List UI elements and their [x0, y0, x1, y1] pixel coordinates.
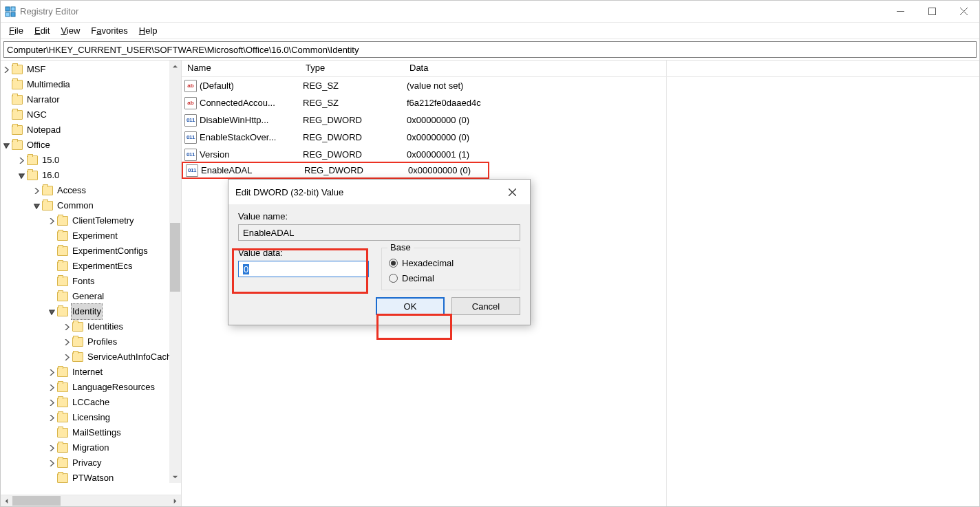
- folder-icon: [12, 95, 23, 105]
- tree-label: Profiles: [86, 334, 118, 349]
- expand-icon[interactable]: [61, 324, 72, 330]
- expand-icon[interactable]: [46, 415, 57, 421]
- base-group-label: Base: [387, 242, 414, 252]
- tree-node[interactable]: General: [1, 289, 181, 304]
- address-bar[interactable]: Computer\HKEY_CURRENT_USER\SOFTWARE\Micr…: [3, 41, 977, 58]
- tree-node[interactable]: ExperimentConfigs: [1, 244, 181, 259]
- tree-node[interactable]: ClientTelemetry: [1, 213, 181, 228]
- folder-icon: [57, 216, 68, 226]
- registry-tree[interactable]: MSFMultimediaNarratorNGCNotepadOffice15.…: [1, 61, 181, 486]
- scroll-thumb[interactable]: [170, 223, 180, 292]
- value-data-input[interactable]: 0: [238, 261, 369, 277]
- column-header-name[interactable]: Name: [182, 61, 300, 76]
- expand-icon[interactable]: [46, 385, 57, 391]
- registry-editor-window: Registry Editor File Edit View Favorites…: [0, 0, 980, 507]
- list-row[interactable]: abConnectedAccou...REG_SZf6a212fe0daaed4…: [182, 94, 979, 111]
- tree-node[interactable]: Identity: [1, 304, 181, 319]
- maximize-button[interactable]: [916, 1, 948, 23]
- menu-view[interactable]: View: [55, 24, 85, 37]
- tree-node[interactable]: NGC: [1, 107, 181, 122]
- menu-help[interactable]: Help: [134, 24, 163, 37]
- menu-edit[interactable]: Edit: [29, 24, 55, 37]
- expand-icon[interactable]: [31, 188, 42, 194]
- tree-label: Office: [25, 138, 52, 153]
- tree-node[interactable]: ServiceAuthInfoCache: [1, 349, 181, 365]
- collapse-icon[interactable]: [16, 173, 27, 179]
- tree-node[interactable]: Fonts: [1, 274, 181, 289]
- folder-icon: [57, 246, 68, 256]
- expand-icon[interactable]: [46, 400, 57, 406]
- tree-label: ClientTelemetry: [71, 213, 136, 228]
- expand-icon[interactable]: [61, 339, 72, 345]
- radio-icon: [389, 259, 398, 268]
- scroll-right-icon[interactable]: [169, 495, 181, 506]
- tree-node[interactable]: Multimedia: [1, 77, 181, 92]
- tree-node[interactable]: Experiment: [1, 228, 181, 244]
- radio-decimal[interactable]: Decimal: [389, 270, 513, 285]
- minimize-button[interactable]: [884, 1, 916, 23]
- expand-icon[interactable]: [46, 460, 57, 466]
- scroll-thumb[interactable]: [12, 496, 61, 506]
- value-data: 0x00000001 (1): [407, 149, 979, 160]
- folder-icon: [72, 352, 83, 362]
- tree-node[interactable]: Privacy: [1, 455, 181, 471]
- collapse-icon[interactable]: [1, 142, 12, 149]
- tree-node[interactable]: Common: [1, 198, 181, 213]
- expand-icon[interactable]: [46, 369, 57, 376]
- tree-node[interactable]: Notepad: [1, 122, 181, 138]
- tree-vertical-scrollbar[interactable]: [169, 61, 181, 483]
- scroll-left-icon[interactable]: [1, 495, 12, 506]
- tree-node[interactable]: LanguageResources: [1, 380, 181, 395]
- tree-node[interactable]: LCCache: [1, 395, 181, 410]
- list-row[interactable]: 011EnableStackOver...REG_DWORD0x00000000…: [182, 129, 979, 146]
- close-button[interactable]: [948, 1, 979, 23]
- tree-node[interactable]: Identities: [1, 319, 181, 334]
- column-header-data[interactable]: Data: [404, 61, 979, 76]
- expand-icon[interactable]: [46, 218, 57, 224]
- folder-icon: [72, 337, 83, 347]
- expand-icon[interactable]: [1, 67, 12, 73]
- menu-file[interactable]: File: [3, 24, 29, 37]
- collapse-icon[interactable]: [46, 309, 57, 315]
- value-data: 0x00000000 (0): [407, 115, 979, 125]
- value-list-panel: Name Type Data ab(Default)REG_SZ(value n…: [182, 61, 979, 506]
- tree-horizontal-scrollbar[interactable]: [1, 495, 181, 506]
- tree-node[interactable]: Narrator: [1, 92, 181, 107]
- tree-node[interactable]: 15.0: [1, 153, 181, 168]
- list-row[interactable]: 011EnableADALREG_DWORD0x00000000 (0): [182, 162, 489, 179]
- radio-hexadecimal[interactable]: Hexadecimal: [389, 255, 513, 270]
- list-row[interactable]: 011VersionREG_DWORD0x00000001 (1): [182, 146, 979, 163]
- cancel-button[interactable]: Cancel: [451, 297, 520, 315]
- tree-node[interactable]: 16.0: [1, 168, 181, 183]
- tree-node[interactable]: Office: [1, 138, 181, 153]
- expand-icon[interactable]: [16, 158, 27, 164]
- value-data: 0x00000000 (0): [408, 165, 488, 175]
- tree-node[interactable]: Migration: [1, 440, 181, 455]
- tree-node[interactable]: Internet: [1, 365, 181, 380]
- expand-icon[interactable]: [46, 445, 57, 451]
- value-data: f6a212fe0daaed4c: [407, 98, 979, 108]
- tree-node[interactable]: MailSettings: [1, 425, 181, 440]
- tree-node[interactable]: Profiles: [1, 334, 181, 349]
- column-header-type[interactable]: Type: [300, 61, 404, 76]
- tree-node[interactable]: ExperimentEcs: [1, 259, 181, 274]
- folder-icon: [12, 65, 23, 74]
- value-data: 0x00000000 (0): [407, 132, 979, 142]
- scroll-down-icon[interactable]: [169, 471, 181, 483]
- tree-node[interactable]: MSF: [1, 62, 181, 77]
- value-type: REG_DWORD: [303, 149, 407, 160]
- menu-favorites[interactable]: Favorites: [85, 24, 133, 37]
- tree-node[interactable]: PTWatson: [1, 471, 181, 486]
- dialog-close-button[interactable]: [501, 182, 523, 202]
- folder-icon: [27, 171, 38, 180]
- tree-label: Access: [56, 183, 87, 198]
- list-row[interactable]: ab(Default)REG_SZ(value not set): [182, 77, 979, 94]
- ok-button[interactable]: OK: [376, 297, 445, 315]
- tree-node[interactable]: Licensing: [1, 410, 181, 425]
- value-name-label: Value name:: [238, 211, 520, 222]
- list-row[interactable]: 011DisableWinHttp...REG_DWORD0x00000000 …: [182, 111, 979, 129]
- collapse-icon[interactable]: [31, 203, 42, 209]
- tree-node[interactable]: Access: [1, 183, 181, 198]
- expand-icon[interactable]: [61, 354, 72, 360]
- scroll-up-icon[interactable]: [169, 61, 181, 72]
